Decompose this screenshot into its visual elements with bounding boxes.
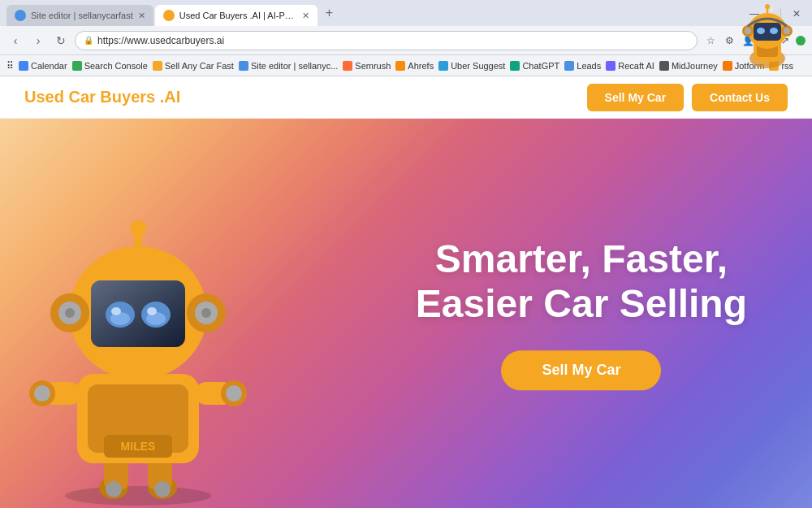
- bookmark-favicon-site-editor: [239, 61, 248, 71]
- hero-headline-line2: Easier Car Selling: [416, 282, 747, 325]
- svg-point-46: [111, 307, 121, 315]
- tab-favicon-site-editor: [15, 10, 26, 21]
- bookmark-uber-suggest[interactable]: Uber Suggest: [438, 61, 505, 71]
- bookmark-recaft-ai[interactable]: Recaft AI: [606, 61, 654, 71]
- svg-point-39: [130, 220, 146, 237]
- hero-text-block: Smarter, Faster, Easier Car Selling Sell…: [416, 237, 747, 390]
- robot-corner-decoration: [723, 0, 812, 73]
- bookmark-search-console[interactable]: Search Console: [72, 61, 148, 71]
- contact-us-button[interactable]: Contact Us: [692, 84, 788, 111]
- bookmark-label-semrush: Semrush: [355, 61, 391, 71]
- bookmark-calendar[interactable]: Calendar: [19, 61, 67, 71]
- tab-label-site-editor: Site editor | sellanycarfast: [31, 11, 133, 20]
- website-content: Used Car Buyers .AI Sell My Car Contact …: [0, 76, 812, 508]
- tab-close-site-editor[interactable]: ✕: [138, 11, 145, 21]
- svg-point-34: [65, 308, 75, 318]
- svg-rect-38: [134, 233, 142, 267]
- address-bar[interactable]: 🔒 https://www.usedcarbuyers.ai: [75, 31, 698, 50]
- bookmark-label-sell-any-car: Sell Any Car Fast: [165, 61, 234, 71]
- svg-point-47: [147, 307, 157, 315]
- hero-section: MILES: [0, 119, 812, 508]
- hero-sell-my-car-button[interactable]: Sell My Car: [501, 350, 661, 390]
- header-buttons: Sell My Car Contact Us: [587, 84, 788, 111]
- bookmark-favicon-recaft-ai: [606, 61, 615, 71]
- svg-point-26: [34, 385, 50, 402]
- bookmark-favicon-search-console: [72, 61, 82, 71]
- bookmark-favicon-chatgpt: [510, 61, 520, 71]
- hero-headline: Smarter, Faster, Easier Car Selling: [416, 237, 747, 326]
- bookmarks-bar: ⠿ Calendar Search Console Sell Any Car F…: [0, 55, 812, 76]
- new-tab-button[interactable]: +: [322, 6, 336, 20]
- tab-used-car[interactable]: Used Car Buyers .AI | AI-Powe... ✕: [155, 5, 317, 26]
- bookmark-favicon-leads: [564, 61, 574, 71]
- bookmark-favicon-uber-suggest: [438, 61, 448, 71]
- bookmark-label-ahrefs: Ahrefs: [408, 61, 434, 71]
- bookmark-label-chatgpt: ChatGPT: [522, 61, 559, 71]
- tab-site-editor[interactable]: Site editor | sellanycarfast ✕: [6, 5, 153, 26]
- browser-titlebar: Site editor | sellanycarfast ✕ Used Car …: [0, 0, 812, 26]
- bookmark-label-uber-suggest: Uber Suggest: [451, 61, 505, 71]
- reload-button[interactable]: ↻: [52, 32, 70, 50]
- bookmark-label-leads: Leads: [577, 61, 601, 71]
- svg-point-12: [784, 28, 790, 34]
- address-text: https://www.usedcarbuyers.ai: [97, 35, 224, 46]
- bookmark-midjourney[interactable]: MidJourney: [659, 61, 718, 71]
- bookmark-chatgpt[interactable]: ChatGPT: [510, 61, 559, 71]
- svg-rect-41: [91, 280, 185, 347]
- bookmark-label-recaft-ai: Recaft AI: [618, 61, 654, 71]
- bookmark-label-calendar: Calendar: [31, 61, 67, 71]
- robot-hero-illustration: MILES: [0, 167, 276, 508]
- bookmark-favicon-midjourney: [659, 61, 669, 71]
- svg-point-6: [770, 28, 778, 34]
- svg-point-8: [765, 4, 770, 9]
- tab-favicon-used-car: [163, 10, 175, 21]
- svg-point-13: [65, 486, 211, 506]
- hero-headline-line1: Smarter, Faster,: [435, 237, 728, 280]
- svg-text:MILES: MILES: [121, 440, 156, 453]
- bookmark-favicon-ahrefs: [395, 61, 405, 71]
- bookmark-star-button[interactable]: ☆: [702, 33, 719, 49]
- forward-button[interactable]: ›: [29, 32, 47, 50]
- back-button[interactable]: ‹: [6, 32, 24, 50]
- bookmark-favicon-semrush: [343, 61, 352, 71]
- bookmark-ahrefs[interactable]: Ahrefs: [395, 61, 434, 71]
- bookmark-semrush[interactable]: Semrush: [343, 61, 391, 71]
- bookmark-leads[interactable]: Leads: [564, 61, 601, 71]
- sell-my-car-header-button[interactable]: Sell My Car: [587, 84, 684, 111]
- svg-point-18: [106, 481, 122, 497]
- browser-window: Site editor | sellanycarfast ✕ Used Car …: [0, 0, 812, 508]
- bookmark-label-midjourney: MidJourney: [672, 61, 718, 71]
- svg-point-19: [154, 481, 171, 497]
- svg-point-5: [757, 28, 765, 34]
- site-header: Used Car Buyers .AI Sell My Car Contact …: [0, 76, 812, 119]
- site-logo: Used Car Buyers .AI: [24, 88, 180, 106]
- bookmark-apps[interactable]: ⠿: [6, 60, 14, 72]
- svg-point-29: [226, 385, 242, 402]
- bookmark-favicon-sell-any-car: [153, 61, 162, 71]
- bookmark-label-site-editor: Site editor | sellanyc...: [251, 61, 338, 71]
- bookmark-site-editor[interactable]: Site editor | sellanyc...: [239, 61, 338, 71]
- svg-point-37: [201, 308, 211, 318]
- svg-point-10: [745, 28, 751, 34]
- bookmark-sell-any-car[interactable]: Sell Any Car Fast: [153, 61, 234, 71]
- bookmark-label-search-console: Search Console: [84, 61, 148, 71]
- tab-label-used-car: Used Car Buyers .AI | AI-Powe...: [179, 11, 297, 20]
- bookmark-favicon-calendar: [19, 61, 28, 71]
- lock-icon: 🔒: [84, 36, 93, 45]
- browser-toolbar: ‹ › ↻ 🔒 https://www.usedcarbuyers.ai ☆ ⚙…: [0, 26, 812, 55]
- tab-close-used-car[interactable]: ✕: [302, 11, 309, 21]
